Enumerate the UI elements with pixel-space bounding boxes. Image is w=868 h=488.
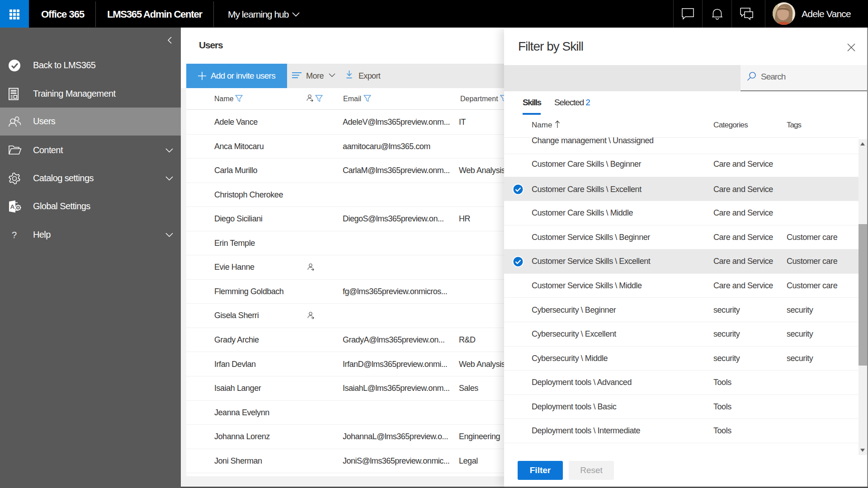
svg-text:A: A (10, 203, 15, 210)
svg-text:?: ? (12, 230, 17, 240)
